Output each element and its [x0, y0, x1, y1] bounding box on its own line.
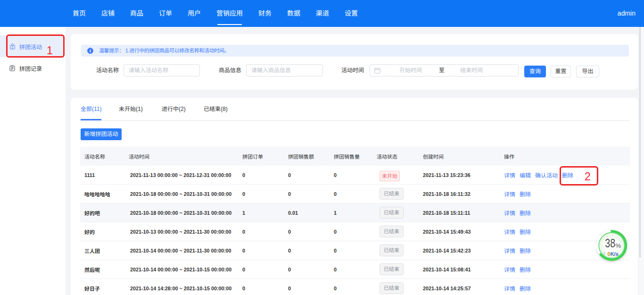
svg-text:38: 38: [605, 236, 615, 250]
svg-text:%: %: [616, 242, 621, 249]
svg-text:↑: ↑: [603, 251, 606, 256]
svg-text:0K/s: 0K/s: [608, 251, 619, 257]
